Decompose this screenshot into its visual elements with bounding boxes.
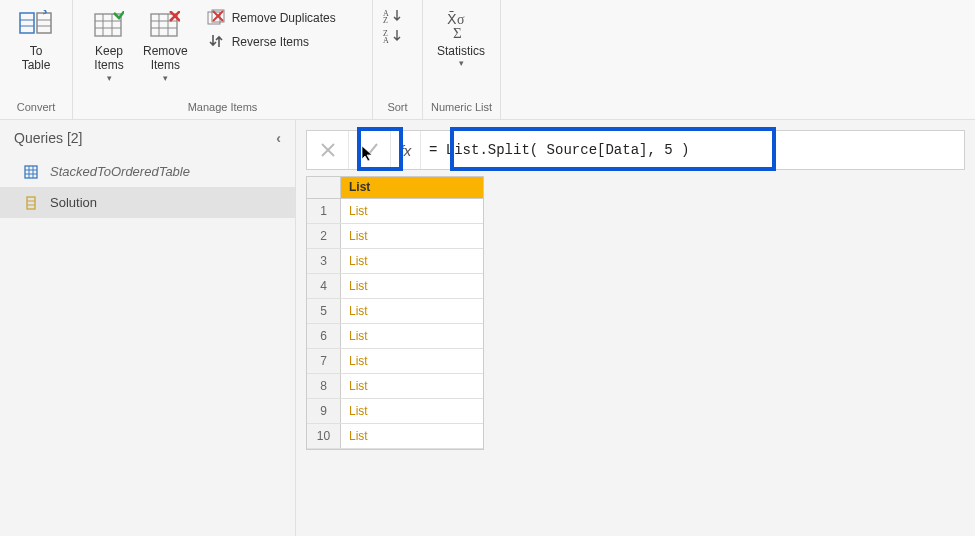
- row-number[interactable]: 9: [307, 399, 341, 423]
- row-number[interactable]: 2: [307, 224, 341, 248]
- reverse-items-button[interactable]: Reverse Items: [200, 30, 342, 54]
- list-cell[interactable]: List: [341, 424, 483, 448]
- queries-title: Queries [2]: [14, 130, 82, 146]
- table-row[interactable]: 4List: [307, 274, 483, 299]
- reverse-items-icon: [206, 33, 226, 51]
- remove-items-icon: [150, 8, 180, 42]
- row-number[interactable]: 3: [307, 249, 341, 273]
- list-cell[interactable]: List: [341, 224, 483, 248]
- to-table-button[interactable]: To Table: [8, 4, 64, 77]
- query-label: StackedToOrderedTable: [50, 164, 190, 179]
- ribbon-group-numeric-list: X̄σΣ Statistics Numeric List: [423, 0, 501, 119]
- row-number[interactable]: 10: [307, 424, 341, 448]
- svg-text:A: A: [383, 36, 389, 44]
- ribbon-group-convert: To Table Convert: [0, 0, 73, 119]
- group-label-manage-items: Manage Items: [81, 99, 364, 117]
- query-label: Solution: [50, 195, 97, 210]
- grid-column-header[interactable]: List: [341, 177, 483, 199]
- row-number[interactable]: 1: [307, 199, 341, 223]
- svg-text:Z: Z: [383, 16, 388, 24]
- table-row[interactable]: 3List: [307, 249, 483, 274]
- content-area: fx List 1List 2List 3List 4List 5List 6L…: [296, 120, 975, 536]
- table-row[interactable]: 5List: [307, 299, 483, 324]
- statistics-icon: X̄σΣ: [444, 8, 478, 42]
- sort-desc-button[interactable]: ZA: [381, 26, 411, 46]
- grid-corner[interactable]: [307, 177, 341, 199]
- statistics-label: Statistics: [437, 44, 485, 58]
- query-item-stackedtoorderedtable[interactable]: StackedToOrderedTable: [0, 156, 295, 187]
- list-query-icon: [22, 196, 40, 210]
- row-number[interactable]: 7: [307, 349, 341, 373]
- remove-duplicates-label: Remove Duplicates: [232, 11, 336, 25]
- main: Queries [2] ‹ StackedToOrderedTable Solu…: [0, 120, 975, 536]
- queries-panel: Queries [2] ‹ StackedToOrderedTable Solu…: [0, 120, 296, 536]
- reverse-items-label: Reverse Items: [232, 35, 309, 49]
- list-cell[interactable]: List: [341, 324, 483, 348]
- list-cell[interactable]: List: [341, 399, 483, 423]
- svg-rect-28: [25, 166, 37, 178]
- table-row[interactable]: 1List: [307, 199, 483, 224]
- query-item-solution[interactable]: Solution: [0, 187, 295, 218]
- table-row[interactable]: 10List: [307, 424, 483, 449]
- sort-desc-icon: ZA: [383, 28, 403, 44]
- list-cell[interactable]: List: [341, 349, 483, 373]
- x-icon: [320, 142, 336, 158]
- keep-items-button[interactable]: Keep Items: [81, 4, 137, 88]
- grid-header-row: List: [307, 177, 483, 199]
- sort-asc-icon: AZ: [383, 8, 403, 24]
- cursor-icon: [361, 145, 375, 163]
- keep-items-label: Keep Items: [94, 44, 123, 73]
- formula-bar: fx: [306, 130, 965, 170]
- row-number[interactable]: 8: [307, 374, 341, 398]
- group-label-convert: Convert: [8, 99, 64, 117]
- confirm-formula-button[interactable]: [349, 131, 391, 169]
- row-number[interactable]: 6: [307, 324, 341, 348]
- table-row[interactable]: 2List: [307, 224, 483, 249]
- data-grid: List 1List 2List 3List 4List 5List 6List…: [306, 176, 484, 450]
- sort-asc-button[interactable]: AZ: [381, 6, 411, 26]
- statistics-button[interactable]: X̄σΣ Statistics: [431, 4, 491, 73]
- list-cell[interactable]: List: [341, 249, 483, 273]
- ribbon: To Table Convert Keep Items Remove Items: [0, 0, 975, 120]
- ribbon-group-manage-items: Keep Items Remove Items Remove Duplicate…: [73, 0, 373, 119]
- table-row[interactable]: 8List: [307, 374, 483, 399]
- to-table-icon: [19, 8, 53, 42]
- queries-header: Queries [2] ‹: [0, 120, 295, 156]
- remove-items-button[interactable]: Remove Items: [137, 4, 194, 88]
- svg-rect-0: [20, 13, 34, 33]
- keep-items-icon: [94, 8, 124, 42]
- table-row[interactable]: 6List: [307, 324, 483, 349]
- list-cell[interactable]: List: [341, 374, 483, 398]
- svg-text:Σ: Σ: [453, 25, 462, 40]
- list-cell[interactable]: List: [341, 299, 483, 323]
- group-label-sort: Sort: [381, 99, 414, 117]
- group-label-numeric-list: Numeric List: [431, 99, 492, 117]
- row-number[interactable]: 5: [307, 299, 341, 323]
- table-query-icon: [22, 165, 40, 179]
- svg-rect-3: [37, 13, 51, 33]
- table-row[interactable]: 9List: [307, 399, 483, 424]
- collapse-queries-button[interactable]: ‹: [276, 130, 281, 146]
- table-row[interactable]: 7List: [307, 349, 483, 374]
- list-cell[interactable]: List: [341, 199, 483, 223]
- remove-duplicates-button[interactable]: Remove Duplicates: [200, 6, 342, 30]
- to-table-label: To Table: [22, 44, 51, 73]
- svg-rect-33: [27, 197, 35, 209]
- list-cell[interactable]: List: [341, 274, 483, 298]
- remove-items-label: Remove Items: [143, 44, 188, 73]
- row-number[interactable]: 4: [307, 274, 341, 298]
- formula-input[interactable]: [421, 132, 964, 168]
- fx-label[interactable]: fx: [391, 131, 421, 169]
- ribbon-group-sort: AZ ZA Sort: [373, 0, 423, 119]
- remove-duplicates-icon: [206, 9, 226, 27]
- cancel-formula-button[interactable]: [307, 131, 349, 169]
